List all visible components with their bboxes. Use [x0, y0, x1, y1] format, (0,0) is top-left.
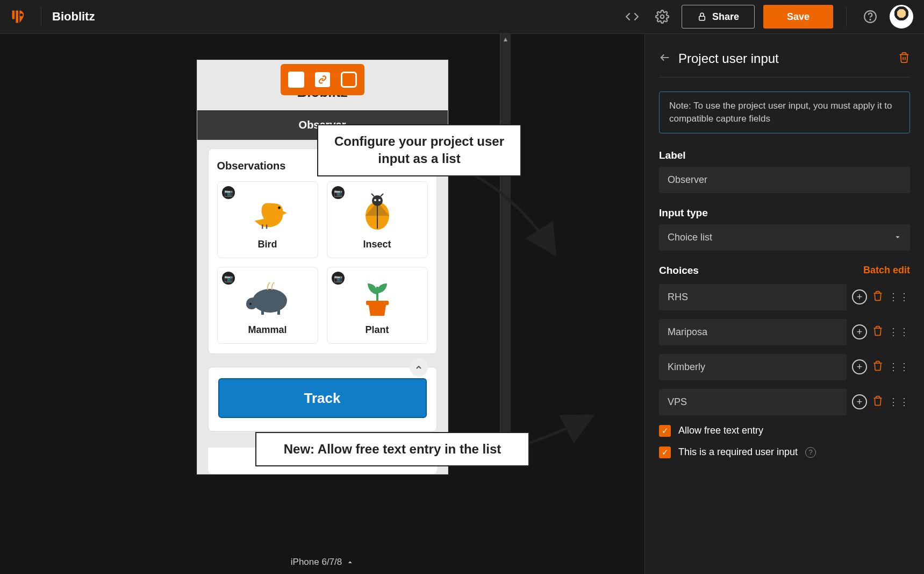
track-card: Track — [208, 367, 437, 431]
arrow-icon — [521, 409, 597, 452]
project-title: Bioblitz — [52, 10, 95, 24]
drag-handle[interactable]: ⋮⋮ — [889, 326, 910, 338]
allow-free-text-checkbox[interactable]: ✓ — [659, 425, 671, 437]
svg-rect-16 — [366, 301, 389, 305]
delete-choice-button[interactable] — [872, 325, 883, 339]
svg-rect-2 — [699, 16, 705, 20]
delete-choice-button[interactable] — [872, 395, 883, 409]
required-checkbox[interactable]: ✓ — [659, 447, 671, 458]
insect-icon — [333, 192, 422, 233]
help-icon[interactable]: ? — [805, 447, 816, 458]
label-input[interactable] — [659, 167, 910, 193]
chevron-up-icon — [346, 558, 354, 566]
svg-point-9 — [378, 199, 381, 201]
toolbar-block-button[interactable] — [288, 72, 304, 88]
canvas-area: Bioblitz Observer Observations 📷 Bird — [0, 34, 644, 574]
add-choice-button[interactable]: + — [852, 289, 867, 304]
batch-edit-button[interactable]: Batch edit — [863, 265, 910, 276]
delete-choice-button[interactable] — [872, 360, 883, 374]
share-button-label: Share — [712, 11, 739, 23]
properties-panel: Project user input Note: To use the proj… — [644, 34, 924, 574]
obs-item-label: Plant — [333, 324, 422, 336]
add-choice-button[interactable]: + — [852, 324, 867, 339]
svg-point-5 — [278, 207, 281, 209]
choices-label: Choices — [659, 265, 699, 277]
share-button[interactable]: Share — [682, 5, 755, 29]
choice-input[interactable] — [659, 319, 847, 345]
choice-row: + ⋮⋮ — [659, 354, 910, 380]
embed-code-button[interactable] — [621, 6, 643, 27]
add-choice-button[interactable]: + — [852, 359, 867, 374]
obs-item-plant[interactable]: 📷 Plant — [327, 267, 428, 344]
choice-row: + ⋮⋮ — [659, 319, 910, 345]
svg-point-12 — [249, 303, 252, 305]
svg-point-4 — [870, 19, 870, 20]
obs-item-insect[interactable]: 📷 Insect — [327, 181, 428, 258]
toolbar-expand-button[interactable] — [341, 72, 357, 88]
svg-point-0 — [20, 13, 23, 16]
camera-icon: 📷 — [222, 186, 235, 199]
svg-point-8 — [374, 199, 376, 201]
svg-point-1 — [661, 15, 664, 19]
choice-row: + ⋮⋮ — [659, 389, 910, 415]
toolbar-link-button[interactable] — [315, 72, 330, 87]
svg-point-11 — [253, 289, 287, 313]
chevron-down-icon — [894, 233, 901, 241]
panel-divider — [659, 77, 910, 77]
device-selector[interactable]: iPhone 6/7/8 — [291, 557, 354, 568]
header-separator-2 — [846, 7, 847, 26]
delete-button[interactable] — [898, 51, 910, 66]
observations-title: Observations — [217, 160, 286, 172]
plant-icon — [333, 277, 422, 319]
scroll-up-icon[interactable]: ▲ — [503, 36, 509, 43]
settings-button[interactable] — [651, 6, 673, 27]
obs-item-label: Mammal — [223, 324, 312, 336]
camera-icon: 📷 — [332, 186, 345, 199]
choice-row: + ⋮⋮ — [659, 284, 910, 310]
note-box: Note: To use the project user input, you… — [659, 91, 910, 133]
user-avatar[interactable] — [890, 5, 913, 29]
obs-item-label: Bird — [223, 239, 312, 250]
camera-icon: 📷 — [332, 272, 345, 285]
mammal-icon — [223, 277, 312, 319]
drag-handle[interactable]: ⋮⋮ — [889, 291, 910, 303]
choice-input[interactable] — [659, 284, 847, 310]
arrow-icon — [452, 161, 570, 268]
required-row: ✓ This is a required user input ? — [659, 447, 910, 458]
drag-handle[interactable]: ⋮⋮ — [889, 396, 910, 408]
allow-free-text-label: Allow free text entry — [678, 425, 763, 436]
obs-item-bird[interactable]: 📷 Bird — [217, 181, 318, 258]
element-toolbar — [281, 64, 364, 95]
delete-choice-button[interactable] — [872, 290, 883, 304]
callout-configure: Configure your project user input as a l… — [317, 124, 521, 176]
required-label: This is a required user input — [678, 447, 798, 458]
header-separator — [41, 7, 41, 26]
callout-free-text: New: Allow free text entry in the list — [255, 432, 529, 466]
back-button[interactable] — [659, 52, 671, 66]
collapse-button[interactable] — [410, 358, 428, 377]
input-type-select[interactable]: Choice list — [659, 224, 910, 251]
svg-rect-13 — [261, 309, 264, 315]
svg-rect-14 — [277, 309, 280, 315]
top-header: Bioblitz Share Save — [0, 0, 924, 34]
obs-item-label: Insect — [333, 239, 422, 250]
add-choice-button[interactable]: + — [852, 394, 867, 409]
bird-icon — [223, 192, 312, 233]
input-type-label: Input type — [659, 207, 910, 219]
obs-item-mammal[interactable]: 📷 Mammal — [217, 267, 318, 344]
allow-free-text-row: ✓ Allow free text entry — [659, 425, 910, 437]
track-button[interactable]: Track — [218, 378, 427, 418]
observations-card: Observations 📷 Bird 📷 — [208, 148, 437, 354]
panel-title: Project user input — [678, 51, 891, 66]
camera-icon: 📷 — [222, 272, 235, 285]
app-logo-icon — [11, 8, 26, 25]
drag-handle[interactable]: ⋮⋮ — [889, 361, 910, 373]
help-button[interactable] — [859, 6, 881, 27]
save-button[interactable]: Save — [763, 5, 833, 29]
phone-preview: Bioblitz Observer Observations 📷 Bird — [197, 60, 448, 474]
choice-input[interactable] — [659, 389, 847, 415]
label-field-label: Label — [659, 150, 910, 161]
choice-input[interactable] — [659, 354, 847, 380]
